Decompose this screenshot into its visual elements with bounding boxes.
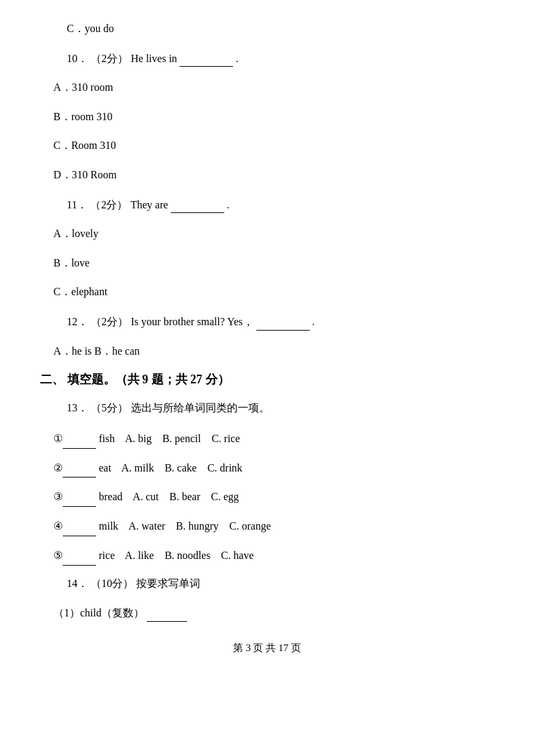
- q11-a-text: A．lovely: [53, 228, 99, 239]
- q11-text: They are: [130, 199, 168, 210]
- q10-option-c: C．Room 310: [53, 137, 494, 154]
- row2-a: A. milk: [121, 462, 154, 474]
- row3-num: ③: [53, 491, 63, 502]
- question-11: 11． （2分） They are .: [67, 196, 494, 214]
- q12-blank: [256, 313, 310, 331]
- row5-word: rice: [99, 550, 115, 561]
- row4-b: B. hungry: [176, 520, 219, 532]
- q11-option-b: B．love: [53, 254, 494, 272]
- q11-b-text: B．love: [53, 257, 89, 268]
- q12-text: Is your brother small? Yes，: [131, 316, 254, 327]
- c-you-do-text: C．you do: [67, 23, 114, 34]
- row2-c: C. drink: [208, 462, 242, 474]
- q13-row-4: ④ milk A. water B. hungry C. orange: [53, 516, 494, 536]
- row4-c: C. orange: [230, 520, 271, 532]
- q13-row-1: ① fish A. big B. pencil C. rice: [53, 429, 494, 449]
- q13-label: 13．: [67, 402, 88, 413]
- row5-a: A. like: [125, 550, 154, 561]
- row4-num: ④: [53, 520, 63, 532]
- row3-a: A. cut: [133, 491, 159, 502]
- q10-c-text: C．Room 310: [53, 140, 116, 151]
- q10-label: 10．: [67, 53, 88, 64]
- q14-score: （10分）: [91, 578, 134, 589]
- q11-end: .: [227, 199, 230, 210]
- q14-label: 14．: [67, 578, 88, 589]
- q11-option-a: A．lovely: [53, 225, 494, 242]
- q13-row-2: ② eat A. milk B. cake C. drink: [53, 458, 494, 478]
- row5-b: B. noodles: [165, 550, 210, 561]
- row1-num: ①: [53, 433, 63, 444]
- q14-text: 按要求写单词: [136, 578, 200, 589]
- row2-num: ②: [53, 462, 63, 474]
- row2-blank: [63, 458, 96, 478]
- question-14: 14． （10分） 按要求写单词: [67, 575, 494, 592]
- q14-sub1-label: （1）child（复数）: [53, 607, 144, 618]
- q10-text: He lives in: [131, 53, 177, 64]
- section2-header-text: 二、 填空题。（共 9 题；共 27 分）: [40, 373, 230, 386]
- row5-blank: [63, 546, 96, 566]
- q10-a-text: A．310 room: [53, 81, 113, 93]
- q12-options-ab: A．he is B．he can: [53, 343, 494, 360]
- q11-blank: [171, 196, 224, 214]
- q13-score: （5分）: [91, 402, 128, 413]
- question-10: 10． （2分） He lives in .: [67, 49, 494, 67]
- row1-blank: [63, 429, 96, 449]
- q11-option-c: C．elephant: [53, 283, 494, 301]
- page-footer: 第 3 页 共 17 页: [40, 642, 494, 654]
- row5-c: C. have: [221, 550, 254, 561]
- q12-ab-text: A．he is B．he can: [53, 345, 140, 357]
- question-12: 12． （2分） Is your brother small? Yes， .: [67, 313, 494, 331]
- q12-score: （2分）: [91, 316, 128, 327]
- q11-score: （2分）: [90, 199, 127, 210]
- row1-b: B. pencil: [162, 433, 201, 444]
- q10-option-b: B．room 310: [53, 108, 494, 126]
- q10-end: .: [236, 53, 238, 64]
- row1-c: C. rice: [212, 433, 240, 444]
- q13-row-5: ⑤ rice A. like B. noodles C. have: [53, 546, 494, 566]
- q10-option-d: D．310 Room: [53, 166, 494, 184]
- q10-option-a: A．310 room: [53, 79, 494, 96]
- row5-num: ⑤: [53, 550, 63, 561]
- option-c-you-do: C．you do: [67, 20, 494, 37]
- row3-blank: [63, 487, 96, 507]
- q14-sub1-blank: [147, 604, 187, 622]
- row4-blank: [63, 516, 96, 536]
- section2-header: 二、 填空题。（共 9 题；共 27 分）: [40, 371, 494, 387]
- q12-label: 12．: [67, 316, 88, 327]
- q10-score: （2分）: [91, 53, 128, 64]
- q11-c-text: C．elephant: [53, 286, 107, 297]
- row3-word: bread: [99, 491, 123, 502]
- q11-label: 11．: [67, 199, 87, 210]
- row4-word: milk: [99, 520, 118, 532]
- row3-b: B. bear: [170, 491, 200, 502]
- row2-word: eat: [99, 462, 111, 474]
- q10-b-text: B．room 310: [53, 111, 112, 122]
- row2-b: B. cake: [165, 462, 197, 474]
- q12-end: .: [312, 316, 315, 327]
- q10-blank: [180, 49, 233, 67]
- row4-a: A. water: [128, 520, 165, 532]
- footer-text: 第 3 页 共 17 页: [233, 642, 300, 653]
- q13-text: 选出与所给单词同类的一项。: [131, 402, 270, 413]
- row1-word: fish: [99, 433, 115, 444]
- row3-c: C. egg: [211, 491, 239, 502]
- q10-d-text: D．310 Room: [53, 169, 117, 180]
- row1-a: A. big: [125, 433, 152, 444]
- question-13: 13． （5分） 选出与所给单词同类的一项。: [67, 399, 494, 417]
- q14-sub1: （1）child（复数）: [53, 604, 494, 622]
- q13-row-3: ③ bread A. cut B. bear C. egg: [53, 487, 494, 507]
